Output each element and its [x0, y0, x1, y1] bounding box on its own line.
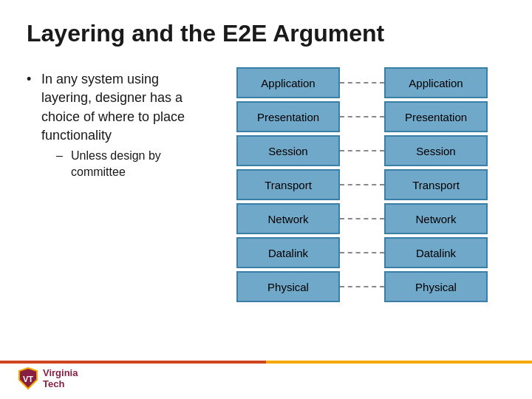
connector-5	[340, 203, 384, 234]
sub-bullet: Unless design by committee	[41, 148, 207, 181]
right-cell-application: Application	[384, 67, 488, 98]
left-cell-presentation: Presentation	[236, 101, 340, 132]
right-cell-datalink: Datalink	[384, 237, 488, 268]
vt-text-logo: Virginia Tech	[43, 367, 78, 389]
right-cell-presentation: Presentation	[384, 101, 488, 132]
left-cell-transport: Transport	[236, 169, 340, 200]
right-cell-physical: Physical	[384, 271, 488, 302]
vt-shield-icon: VT	[18, 366, 38, 390]
slide: Layering and the E2E Argument In any sys…	[0, 0, 532, 399]
left-cell-physical: Physical	[236, 271, 340, 302]
connector-3	[340, 135, 384, 166]
left-cell-datalink: Datalink	[236, 237, 340, 268]
connector-2	[340, 101, 384, 132]
connector-1	[340, 67, 384, 98]
bottom-decorative-line	[0, 361, 532, 364]
right-cell-session: Session	[384, 135, 488, 166]
virginia-text: Virginia	[43, 367, 78, 378]
left-stack: Application Presentation Session Transpo…	[236, 67, 340, 302]
right-stack: Application Presentation Session Transpo…	[384, 67, 488, 302]
slide-title: Layering and the E2E Argument	[27, 21, 505, 47]
bullet-text: In any system using layering, designer h…	[27, 70, 207, 187]
left-panel: In any system using layering, designer h…	[27, 67, 219, 384]
right-cell-transport: Transport	[384, 169, 488, 200]
left-cell-application: Application	[236, 67, 340, 98]
main-bullet: In any system using layering, designer h…	[27, 70, 207, 181]
left-cell-network: Network	[236, 203, 340, 234]
connector-4	[340, 169, 384, 200]
connectors	[340, 67, 384, 302]
right-panel: Application Presentation Session Transpo…	[219, 67, 505, 384]
connector-6	[340, 237, 384, 268]
right-cell-network: Network	[384, 203, 488, 234]
logo-area: VT Virginia Tech	[18, 366, 78, 390]
content-area: In any system using layering, designer h…	[27, 67, 505, 384]
svg-text:VT: VT	[23, 375, 33, 383]
tech-text: Tech	[43, 378, 64, 389]
connector-7	[340, 271, 384, 302]
left-cell-session: Session	[236, 135, 340, 166]
